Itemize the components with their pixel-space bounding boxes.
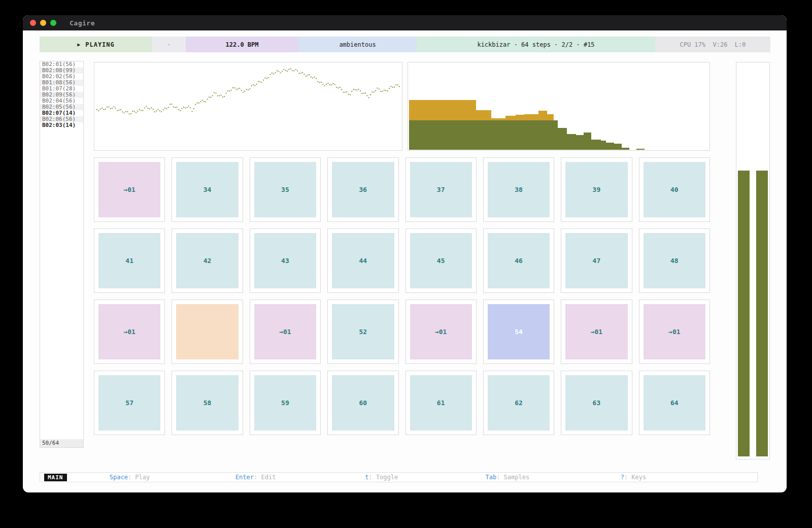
status-bar: MAIN Space: PlayEnter: Editt: ToggleTab:…	[40, 472, 758, 482]
pad-cell-52[interactable]: 52	[327, 300, 398, 364]
pad-cell-39[interactable]: 39	[561, 157, 632, 222]
pad-label: 39	[565, 162, 627, 217]
pad-cell-53[interactable]: →01	[405, 300, 477, 364]
pad-cell-45[interactable]: 45	[405, 228, 477, 293]
level-meter-panel	[736, 62, 770, 459]
spectrum-bar	[622, 62, 629, 150]
pad-label: 41	[98, 233, 160, 288]
waveform-scatter-chart	[94, 62, 402, 150]
pad-label: 61	[410, 375, 472, 431]
key-hint-play: Space: Play	[67, 474, 193, 481]
spectrum-bar	[614, 62, 622, 150]
titlebar: Cagire	[23, 15, 787, 30]
pad-cell-42[interactable]: 42	[172, 228, 243, 293]
pad-cell-57[interactable]: 57	[94, 371, 165, 435]
pad-label: 57	[98, 375, 160, 431]
pad-label: 54	[488, 304, 550, 359]
separator-segment: ·	[152, 37, 186, 52]
bpm-display[interactable]: 122.0 BPM	[186, 37, 298, 52]
app-window: Cagire ▶PLAYING · 122.0 BPM ambientous k…	[23, 15, 787, 492]
pad-cell-37[interactable]: 37	[405, 157, 477, 222]
pad-cell-43[interactable]: 43	[250, 228, 321, 293]
pad-cell-64[interactable]: 64	[639, 371, 710, 435]
maximize-icon[interactable]	[50, 20, 56, 26]
pad-cell-46[interactable]: 46	[483, 228, 554, 293]
pad-cell-55[interactable]: →01	[561, 300, 632, 364]
transport-bar: ▶PLAYING · 122.0 BPM ambientous kickbiza…	[40, 37, 770, 52]
pad-cell-41[interactable]: 41	[94, 228, 165, 293]
pad-label: →01	[410, 304, 472, 359]
pad-label: 52	[332, 304, 394, 359]
pad-cell-47[interactable]: 47	[561, 228, 632, 293]
project-name[interactable]: ambientous	[298, 37, 417, 52]
pattern-info[interactable]: kickbizar · 64 steps · 2/2 · #15	[417, 37, 655, 52]
waveform-panel	[94, 62, 402, 151]
pad-cell-50[interactable]	[172, 300, 243, 364]
pad-label: 35	[254, 162, 316, 217]
pad-label: 46	[488, 233, 550, 288]
key-hint-edit: Enter: Edit	[193, 474, 319, 481]
spectrum-bar	[558, 62, 567, 150]
spectrum-bar	[567, 62, 576, 150]
pad-label: →01	[644, 304, 705, 359]
window-title: Cagire	[70, 19, 95, 27]
pad-label: 62	[488, 375, 550, 431]
pad-label: 40	[644, 162, 705, 217]
pad-label: 63	[565, 375, 627, 431]
pad-cell-40[interactable]: 40	[639, 157, 710, 222]
pad-cell-36[interactable]: 36	[327, 157, 398, 222]
pad-cell-60[interactable]: 60	[327, 371, 398, 435]
spectrum-bar	[576, 62, 584, 150]
pad-label: 48	[644, 233, 705, 288]
pad-label: 43	[254, 233, 316, 288]
pad-label: →01	[565, 304, 627, 359]
pad-label: 59	[254, 375, 316, 431]
spectrum-bar	[629, 62, 636, 150]
play-icon: ▶	[77, 42, 81, 47]
pad-label	[176, 304, 238, 359]
spectrum-bar	[601, 62, 606, 150]
pad-cell-59[interactable]: 59	[250, 371, 321, 435]
spectrum-bar	[538, 62, 547, 150]
pad-label: 36	[332, 162, 394, 217]
pad-label: 64	[644, 375, 705, 431]
pad-label: 38	[488, 162, 550, 217]
spectrum-bar	[491, 62, 505, 150]
key-hint-keys: ?: Keys	[570, 474, 696, 481]
pad-cell-35[interactable]: 35	[250, 157, 321, 222]
pad-cell-34[interactable]: 34	[172, 157, 243, 222]
pad-cell-62[interactable]: 62	[483, 371, 554, 435]
transport-status[interactable]: ▶PLAYING	[40, 37, 152, 52]
spectrum-bar	[409, 62, 476, 150]
spectrum-bar	[606, 62, 614, 150]
pad-cell-33[interactable]: →01	[94, 157, 165, 222]
spectrum-bar	[547, 62, 554, 150]
spectrum-bar	[505, 62, 516, 150]
spectrum-bar	[636, 62, 645, 150]
pad-cell-58[interactable]: 58	[172, 371, 243, 435]
pad-cell-48[interactable]: 48	[639, 228, 710, 293]
pad-label: 34	[176, 162, 238, 217]
pad-cell-51[interactable]: →01	[250, 300, 321, 364]
system-stats: CPU 17% V:26 L:0	[655, 37, 770, 52]
pad-cell-54[interactable]: 54	[483, 300, 554, 364]
pad-label: 45	[410, 233, 472, 288]
pad-label: →01	[98, 162, 160, 217]
transport-status-label: PLAYING	[85, 41, 115, 48]
pad-label: →01	[254, 304, 316, 359]
sample-count: 50/64	[40, 439, 83, 447]
pad-cell-61[interactable]: 61	[405, 371, 477, 435]
pad-label: 60	[332, 375, 394, 431]
key-hint-toggle: t: Toggle	[319, 474, 445, 481]
minimize-icon[interactable]	[40, 20, 46, 26]
pad-cell-56[interactable]: →01	[639, 300, 710, 364]
pad-cell-49[interactable]: →01	[94, 300, 165, 364]
sample-list-item[interactable]: B02:03(14)	[40, 122, 83, 128]
pad-cell-44[interactable]: 44	[327, 228, 398, 293]
pad-cell-63[interactable]: 63	[561, 371, 632, 435]
meter-bar-right	[756, 171, 768, 456]
pad-grid: →01343536373839404142434445464748→01→015…	[94, 157, 710, 435]
pad-cell-38[interactable]: 38	[483, 157, 554, 222]
close-icon[interactable]	[30, 20, 36, 26]
spectrum-bar	[516, 62, 524, 150]
